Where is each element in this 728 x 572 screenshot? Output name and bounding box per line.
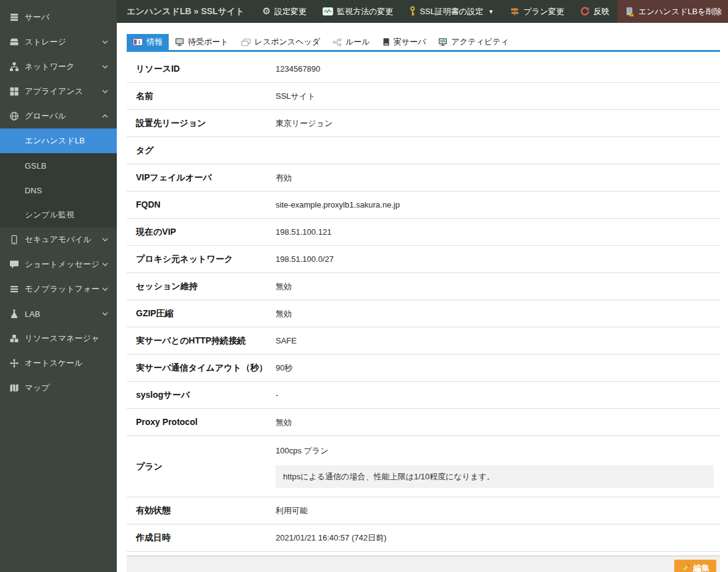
gear-icon: ⚙	[262, 7, 270, 16]
sidebar-item-global[interactable]: グローバル	[0, 104, 117, 128]
tab-label: 実サーバ	[394, 36, 426, 48]
sidebar-item-label: グローバル	[25, 111, 66, 122]
platform-icon	[9, 284, 20, 294]
sidebar: サーバ ストレージ ネットワーク アプライアンス グローバル エンハンスドLB …	[0, 0, 117, 572]
plan-note: httpsによる通信の場合、性能上限は1/10程度になります。	[276, 465, 714, 488]
real-server-icon	[383, 38, 390, 46]
table-row-proxy-protocol: Proxy Protocol 無効	[127, 409, 720, 436]
row-label: リソースID	[136, 63, 276, 75]
sidebar-item-secure-mobile[interactable]: セキュアモバイル	[0, 227, 117, 252]
row-label: プロキシ元ネットワーク	[136, 253, 276, 265]
sidebar-item-enhanced-lb[interactable]: エンハンスドLB	[0, 128, 117, 153]
globe-icon	[9, 111, 20, 121]
sidebar-item-label: アプライアンス	[25, 86, 83, 97]
sidebar-item-label: マップ	[25, 382, 50, 393]
signpost-icon	[510, 7, 520, 17]
row-value: 198.51.100.121	[276, 226, 714, 238]
table-row-current-vip: 現在のVIP 198.51.100.121	[127, 219, 720, 246]
tab-rule[interactable]: ルール	[326, 34, 376, 50]
row-label: GZIP圧縮	[136, 308, 276, 319]
apply-button[interactable]: 反映	[572, 0, 617, 23]
table-row-tags: タグ	[127, 137, 720, 164]
table-row-name: 名前 SSLサイト	[127, 83, 720, 110]
pencil-icon	[681, 563, 690, 572]
row-value: 無効	[276, 416, 714, 428]
table-row-plan: プラン 100cps プラン httpsによる通信の場合、性能上限は1/10程度…	[127, 436, 720, 497]
edit-button[interactable]: 編集	[674, 560, 716, 572]
tab-label: 情報	[146, 36, 163, 48]
tab-info[interactable]: 情報	[127, 34, 169, 50]
chevron-down-icon	[99, 65, 108, 69]
row-label: 実サーバ通信タイムアウト（秒）	[136, 362, 276, 374]
ssl-certificate-settings-button[interactable]: SSL証明書の設定 ▼	[401, 0, 502, 23]
sidebar-item-storage[interactable]: ストレージ	[0, 30, 117, 54]
mobile-icon	[9, 235, 20, 245]
row-label: Proxy Protocol	[136, 416, 276, 428]
button-label: SSL証明書の設定	[420, 6, 483, 17]
sidebar-item-label: モノプラットフォーム	[25, 284, 99, 295]
tab-label: ルール	[345, 36, 370, 48]
sidebar-item-dns[interactable]: DNS	[0, 178, 117, 203]
chevron-down-icon	[99, 238, 108, 242]
chevron-down-icon	[99, 90, 108, 93]
row-value: -	[276, 389, 714, 401]
monitoring-method-button[interactable]: 監視方法の変更	[315, 0, 401, 23]
row-label: 有効状態	[136, 505, 276, 516]
sidebar-item-label: GSLB	[25, 161, 46, 170]
sidebar-item-appliance[interactable]: アプライアンス	[0, 79, 117, 104]
sidebar-item-lab[interactable]: LAB	[0, 301, 117, 326]
sidebar-item-server[interactable]: サーバ	[0, 5, 117, 30]
sidebar-item-mono-platform[interactable]: モノプラットフォーム	[0, 277, 117, 301]
row-value: 198.51.100.0/27	[276, 253, 714, 265]
sidebar-item-gslb[interactable]: GSLB	[0, 153, 117, 178]
row-label: syslogサーバ	[136, 389, 276, 401]
tab-response-header[interactable]: レスポンスヘッダ	[235, 34, 326, 50]
table-row-timeout: 実サーバ通信タイムアウト（秒） 90秒	[127, 355, 720, 382]
chevron-down-icon	[99, 40, 108, 44]
chevron-down-icon	[99, 312, 108, 316]
sidebar-item-autoscale[interactable]: オートスケール	[0, 351, 117, 376]
appliance-icon	[9, 86, 20, 96]
sidebar-item-short-message[interactable]: ショートメッセージ	[0, 252, 117, 277]
footer-action-bar: 編集	[127, 555, 720, 572]
table-row-availability: 有効状態 利用可能	[127, 497, 720, 524]
plan-change-button[interactable]: プラン変更	[502, 0, 572, 23]
tab-listen-port[interactable]: 待受ポート	[169, 34, 235, 50]
table-row-vip-failover: VIPフェイルオーバ 有効	[127, 164, 720, 191]
tab-label: アクティビティ	[451, 36, 509, 48]
delete-lb-warning-icon	[625, 7, 635, 17]
table-row-region: 設置先リージョン 東京リージョン	[127, 110, 720, 137]
settings-change-button[interactable]: ⚙ 設定変更	[254, 0, 314, 23]
breadcrumb: エンハンスドLB » SSLサイト	[117, 0, 254, 23]
button-label: 反映	[593, 6, 609, 17]
row-value: 90秒	[276, 362, 714, 374]
sidebar-item-label: サーバ	[25, 12, 49, 23]
row-value: 無効	[276, 280, 714, 292]
dropdown-caret-icon: ▼	[488, 9, 494, 15]
table-row-session-persistence: セッション維持 無効	[127, 273, 720, 300]
row-value: 2021/01/21 16:40:57 (742日前)	[276, 532, 714, 544]
sidebar-item-label: DNS	[25, 186, 42, 195]
sidebar-item-simple-monitor[interactable]: シンプル監視	[0, 203, 117, 227]
tab-label: 待受ポート	[188, 36, 229, 48]
sidebar-item-resource-manager[interactable]: リソースマネージャ	[0, 326, 117, 351]
table-row-proxy-network: プロキシ元ネットワーク 198.51.100.0/27	[127, 246, 720, 273]
sidebar-item-network[interactable]: ネットワーク	[0, 54, 117, 79]
row-value: 有効	[276, 172, 714, 183]
tab-label: レスポンスヘッダ	[255, 36, 320, 48]
autoscale-icon	[9, 358, 20, 368]
delete-enhanced-lb-button[interactable]: エンハンスドLBを削除	[617, 0, 728, 23]
listen-port-icon	[175, 38, 184, 46]
table-row-resource-id: リソースID 1234567890	[127, 56, 720, 83]
map-icon	[9, 383, 20, 393]
plan-name: 100cps プラン	[276, 445, 714, 456]
storage-icon	[9, 37, 20, 47]
monitor-graph-icon	[323, 7, 333, 15]
tab-real-server[interactable]: 実サーバ	[376, 34, 433, 50]
sidebar-item-map[interactable]: マップ	[0, 376, 117, 400]
flask-icon	[9, 309, 20, 319]
tab-activity[interactable]: アクティビティ	[432, 34, 515, 50]
response-header-icon	[241, 38, 251, 46]
activity-icon	[438, 38, 447, 46]
sidebar-item-label: オートスケール	[25, 358, 83, 369]
